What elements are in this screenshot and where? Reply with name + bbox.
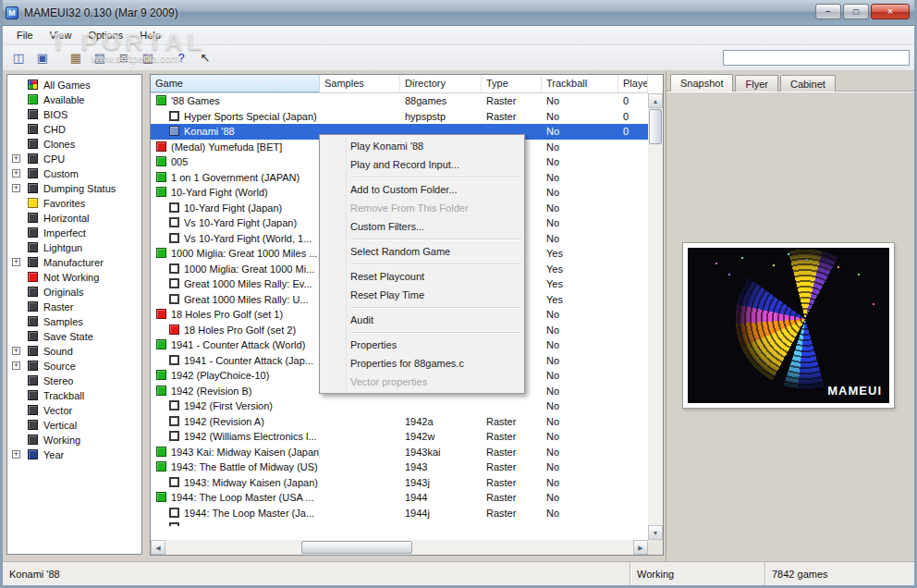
clone-game-icon [169, 202, 179, 213]
column-header-trackball[interactable]: Trackball [542, 75, 618, 92]
sidebar-item-save-state[interactable]: Save State [7, 329, 141, 344]
sidebar-item-vertical[interactable]: Vertical [7, 418, 141, 433]
red-game-icon [156, 309, 166, 319]
sidebar-item-stereo[interactable]: Stereo [7, 374, 141, 388]
trackball-cell: No [542, 459, 618, 475]
minimize-button[interactable]: − [815, 4, 841, 19]
sidebar-item-clones[interactable]: Clones [7, 137, 141, 152]
sidebar-item-cpu[interactable]: +CPU [7, 152, 141, 166]
context-item-reset-playcount[interactable]: Reset Playcount [320, 267, 524, 286]
scroll-left-icon[interactable]: ◀ [151, 540, 165, 555]
sidebar-item-dumping-status[interactable]: +Dumping Status [7, 181, 141, 196]
sidebar-item-horizontal[interactable]: Horizontal [7, 211, 141, 226]
expand-plus-icon[interactable]: + [12, 169, 20, 178]
vertical-scroll-thumb[interactable] [649, 109, 662, 144]
sidebar-item-favorites[interactable]: Favorites [7, 196, 141, 211]
sidebar-item-vector[interactable]: Vector [7, 403, 141, 418]
sidebar-item-all-games[interactable]: All Games [7, 78, 141, 92]
context-item-play-konami-88[interactable]: Play Konami '88 [320, 137, 524, 155]
column-header-game[interactable]: Game [151, 75, 320, 92]
sidebar-item-custom[interactable]: +Custom [7, 166, 141, 181]
sidebar-item-source[interactable]: +Source [7, 359, 141, 374]
game-row-1943-midway-kaisen-japan[interactable]: 1943: Midway Kaisen (Japan)1943jRasterNo [151, 475, 648, 491]
game-row-hyper-sports-special-japan[interactable]: Hyper Sports Special (Japan)hypspstpRast… [151, 109, 648, 125]
small-icons-button[interactable]: ▤ [89, 48, 111, 67]
samples-cell [320, 459, 400, 475]
sidebar-item-label: Save State [43, 331, 93, 342]
sidebar-item-label: Favorites [43, 198, 85, 209]
tab-snapshot[interactable]: Snapshot [670, 74, 733, 92]
menu-options[interactable]: Options [79, 27, 131, 43]
sidebar-item-bios[interactable]: BIOS [7, 107, 141, 122]
sidebar-item-imperfect[interactable]: Imperfect [7, 226, 141, 240]
scroll-right-icon[interactable]: ▶ [633, 540, 648, 555]
game-row-1943-the-battle-of-midway-us[interactable]: 1943: The Battle of Midway (US)1943Raste… [151, 459, 648, 475]
game-row-1943-kai-midway-kaisen-japan[interactable]: 1943 Kai: Midway Kaisen (Japan)1943kaiRa… [151, 445, 648, 460]
game-row-1944-the-loop-master-ja[interactable]: 1944: The Loop Master (Ja...1944jRasterN… [151, 506, 648, 521]
column-header-playe[interactable]: Playe [618, 75, 648, 92]
sidebar-item-lightgun[interactable]: Lightgun [7, 240, 141, 255]
maximize-button[interactable]: □ [843, 4, 869, 19]
horizontal-scroll-thumb[interactable] [301, 541, 412, 554]
scroll-down-icon[interactable]: ▼ [648, 525, 663, 540]
expand-plus-icon[interactable]: + [12, 347, 20, 355]
scroll-up-icon[interactable]: ▲ [648, 93, 663, 108]
large-icons-icon: ▦ [70, 51, 81, 65]
context-item-add-to-custom-folder[interactable]: Add to Custom Folder... [320, 180, 524, 199]
context-item-custom-filters[interactable]: Custom Filters... [320, 217, 524, 236]
sidebar-item-available[interactable]: Available [7, 92, 141, 107]
context-item-select-random-game[interactable]: Select Random Game [320, 242, 524, 261]
sidebar-item-samples[interactable]: Samples [7, 314, 141, 329]
list-view-button[interactable]: ≣ [113, 48, 135, 67]
close-button[interactable]: × [871, 4, 910, 19]
red-game-icon [169, 325, 179, 335]
game-row-1942-revision-a[interactable]: 1942 (Revision A)1942aRasterNo [151, 414, 648, 430]
details-view-button[interactable]: ▥ [137, 48, 159, 67]
context-item-audit[interactable]: Audit [320, 311, 524, 329]
expand-plus-icon[interactable]: + [12, 258, 20, 266]
context-item-properties[interactable]: Properties [320, 336, 524, 354]
sidebar-item-year[interactable]: +Year [7, 447, 141, 462]
game-row-1942-first-version[interactable]: 1942 (First Version)No [151, 398, 648, 414]
menu-file[interactable]: File [8, 27, 42, 43]
sidebar-item-label: Horizontal [43, 213, 90, 224]
sidebar-item-not-working[interactable]: Not Working [7, 270, 141, 285]
tab-flyer[interactable]: Flyer [735, 75, 777, 92]
red-game-icon [156, 141, 166, 152]
sidebar-item-originals[interactable]: Originals [7, 285, 141, 300]
tab-cabinet[interactable]: Cabinet [780, 75, 836, 92]
toggle-folder-list-button[interactable]: ◫ [7, 48, 30, 67]
sidebar-item-trackball[interactable]: Trackball [7, 388, 141, 403]
expand-plus-icon[interactable]: + [12, 450, 20, 459]
search-input[interactable] [723, 50, 910, 66]
directory-cell [400, 398, 482, 414]
toggle-screenshot-button[interactable]: ▣ [31, 48, 54, 67]
game-row-1942-williams-electronics-l[interactable]: 1942 (Williams Electronics l...1942wRast… [151, 429, 648, 445]
sidebar-item-manufacturer[interactable]: +Manufacturer [7, 255, 141, 270]
context-help-button[interactable]: ↖ [194, 48, 216, 67]
sidebar-item-sound[interactable]: +Sound [7, 344, 141, 359]
game-title: 1942 (Revision B) [171, 386, 251, 397]
expand-plus-icon[interactable]: + [12, 184, 20, 192]
context-item-properties-for-88games-c[interactable]: Properties for 88games.c [320, 354, 524, 373]
menu-help[interactable]: Help [131, 27, 169, 43]
game-row-88-games[interactable]: '88 Games88gamesRasterNo0 [151, 93, 648, 109]
context-item-play-and-record-input[interactable]: Play and Record Input... [320, 155, 524, 174]
game-list-vertical-scrollbar[interactable]: ▲ ▼ [648, 93, 663, 540]
game-row-1944-the-loop-master-usa[interactable]: 1944: The Loop Master (USA ...1944Raster… [151, 490, 648, 506]
game-list-horizontal-scrollbar[interactable]: ◀ ▶ [151, 540, 648, 555]
sidebar-item-chd[interactable]: CHD [7, 122, 141, 137]
column-header-samples[interactable]: Samples [320, 75, 400, 92]
expand-plus-icon[interactable]: + [12, 361, 20, 370]
help-button[interactable]: ? [170, 48, 192, 67]
expand-plus-icon[interactable]: + [12, 154, 20, 163]
menu-view[interactable]: View [42, 27, 80, 43]
large-icons-button[interactable]: ▦ [65, 48, 87, 67]
snapshot-fade-art [736, 250, 874, 388]
sidebar-item-raster[interactable]: Raster [7, 300, 141, 314]
context-item-reset-play-time[interactable]: Reset Play Time [320, 286, 524, 304]
sidebar-item-working[interactable]: Working [7, 433, 141, 447]
column-header-type[interactable]: Type [482, 75, 542, 92]
column-header-directory[interactable]: Directory [400, 75, 482, 92]
played-cell: 0 [618, 124, 648, 140]
